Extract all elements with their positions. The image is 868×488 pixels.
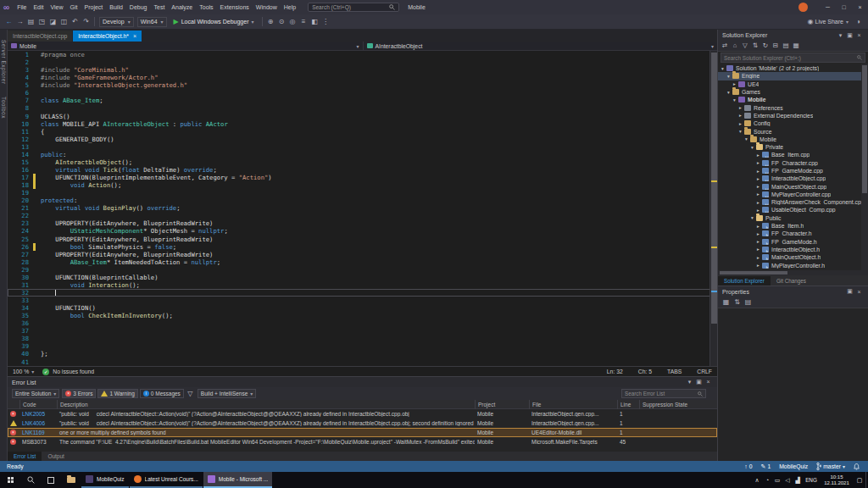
expand-icon[interactable]: ▸ <box>755 184 761 189</box>
tree-item-base-item-h[interactable]: ▸Base_Item.h <box>718 222 868 230</box>
show-all-files-icon[interactable]: ▤ <box>781 41 791 51</box>
error-code[interactable]: LNK4006 <box>19 420 57 426</box>
code-line[interactable]: 36 <box>8 319 717 327</box>
taskbar-search-button[interactable] <box>20 472 41 488</box>
tool-tab-error-list[interactable]: Error List <box>8 452 42 461</box>
column-description[interactable]: Description <box>57 400 475 409</box>
properties-icon[interactable]: ▦ <box>791 41 801 51</box>
code-line[interactable]: 27 UPROPERTY(EditAnywhere, BlueprintRead… <box>8 251 717 258</box>
close-icon[interactable]: × <box>854 289 864 295</box>
code-line[interactable]: 30 UFUNCTION(BlueprintCallable) <box>8 274 717 281</box>
expand-icon[interactable]: ▸ <box>755 200 761 205</box>
filter-icon[interactable]: ▽ <box>185 386 196 401</box>
code-line[interactable]: 25 UPROPERTY(EditAnywhere, BlueprintRead… <box>8 236 717 243</box>
expand-icon[interactable]: ▸ <box>755 255 761 260</box>
menu-project[interactable]: Project <box>81 0 106 14</box>
expand-icon[interactable]: ▸ <box>755 191 761 197</box>
collapse-icon[interactable]: ▾ <box>743 136 749 141</box>
menu-view[interactable]: View <box>47 0 66 14</box>
quick-search-box[interactable]: Search (Ctrl+Q) <box>308 3 399 12</box>
tool-tab-output[interactable]: Output <box>42 452 70 461</box>
code-line[interactable]: 6 <box>8 89 717 97</box>
comment-icon[interactable]: ≡ <box>298 14 309 29</box>
expand-icon[interactable]: ▸ <box>737 113 743 118</box>
outgoing-commits-indicator[interactable]: ↑ 0 <box>744 463 752 469</box>
code-line[interactable]: 9UCLASS() <box>8 113 717 120</box>
tree-item-myplayercontroller-h[interactable]: ▸MyPlayerController.h <box>718 261 868 269</box>
column-code[interactable]: Code <box>19 400 57 409</box>
solution-explorer-horizontal-scrollbar[interactable] <box>718 270 868 275</box>
expand-icon[interactable]: ▸ <box>732 81 737 86</box>
tool-tab-solution-explorer[interactable]: Solution Explorer <box>718 276 771 286</box>
expand-icon[interactable]: ▸ <box>755 152 761 158</box>
maximize-button[interactable]: □ <box>836 0 852 14</box>
scrollbar-thumb[interactable] <box>711 53 717 324</box>
save-icon[interactable]: ◪ <box>47 14 58 29</box>
menu-extensions[interactable]: Extensions <box>217 0 253 14</box>
expand-icon[interactable]: ▸ <box>755 239 761 244</box>
scope-dropdown[interactable]: Entire Solution ▾ <box>12 389 59 398</box>
new-file-icon[interactable]: ▤ <box>25 14 36 29</box>
column-indicator[interactable]: Ch: 5 <box>638 369 652 374</box>
code-line[interactable]: 24 UStaticMeshComponent* ObjectMesh = nu… <box>8 227 717 235</box>
taskbar-app-mobile-microsoft[interactable]: Mobile - Microsoft ... <box>203 472 273 488</box>
code-line[interactable]: 19 <box>8 189 717 197</box>
notifications-bell[interactable] <box>854 463 861 470</box>
menu-analyze[interactable]: Analyze <box>168 0 196 14</box>
battery-icon[interactable]: ▭ <box>772 472 782 488</box>
code-line[interactable]: 18 void Action(); <box>8 181 717 189</box>
solution-explorer-vertical-scrollbar[interactable] <box>861 64 868 270</box>
zoom-dropdown[interactable]: 100 % ▾ <box>13 369 34 374</box>
code-line[interactable]: 40}; <box>8 350 717 358</box>
type-dropdown[interactable]: AInteractbleObject ▾ <box>363 42 718 50</box>
menu-window[interactable]: Window <box>253 0 281 14</box>
hot-reload-icon[interactable]: ⊙ <box>276 14 287 29</box>
code-line[interactable]: 38 <box>8 335 717 342</box>
code-line[interactable]: 16 virtual void Tick(float DeltaTime) ov… <box>8 166 717 174</box>
pin-icon[interactable]: ▣ <box>845 288 854 295</box>
code-line[interactable]: 29 <box>8 266 717 274</box>
tree-item-public[interactable]: ▾Public <box>718 214 868 222</box>
code-line[interactable]: 34 UFUNCTION() <box>8 304 717 312</box>
close-icon[interactable]: × <box>133 33 136 39</box>
file-explorer-button[interactable] <box>61 472 81 488</box>
navigate-back-icon[interactable]: ← <box>3 14 14 29</box>
code-line[interactable]: 3#include "CoreMinimal.h" <box>8 66 717 74</box>
collapse-icon[interactable]: ▾ <box>726 90 732 95</box>
code-line[interactable]: 12 GENERATED_BODY() <box>8 136 717 143</box>
code-line[interactable]: 11{ <box>8 128 717 136</box>
tree-item-solution-mobile-2-of-2-projects[interactable]: ▾Solution 'Mobile' (2 of 2 projects) <box>718 64 868 72</box>
find-in-files-icon[interactable]: ◎ <box>287 14 298 29</box>
error-code[interactable]: LNK2005 <box>19 411 57 417</box>
tree-item-external-dependencies[interactable]: ▸External Dependencies <box>718 112 868 119</box>
chevron-down-icon[interactable]: ▾ <box>836 32 845 39</box>
taskbar-clock[interactable]: 10:15 12.11.2021 <box>820 472 854 488</box>
tree-item-base-item-cpp[interactable]: ▸Base_Item.cpp <box>718 151 868 158</box>
toolbox-tab[interactable]: Toolbox <box>1 97 7 119</box>
document-tab-interactbleobject-cpp[interactable]: InteractbleObject.cpp <box>8 30 72 42</box>
tree-item-usableobject-comp-cpp[interactable]: ▸UsableObject_Comp.cpp <box>718 206 868 214</box>
tree-item-mobile[interactable]: ▾Mobile <box>718 136 868 143</box>
taskbar-app-latest-unreal-cours[interactable]: Latest Unreal Cours... <box>130 472 203 488</box>
project-dropdown[interactable]: Mobile ▾ <box>8 42 363 50</box>
pin-icon[interactable]: ▣ <box>845 32 854 39</box>
tree-item-fp-character-cpp[interactable]: ▸FP_Character.cpp <box>718 159 868 167</box>
tree-item-config[interactable]: ▸Config <box>718 119 868 127</box>
tree-item-games[interactable]: ▾Games <box>718 88 868 96</box>
tree-item-mainquestobject-cpp[interactable]: ▸MainQuestObject.cpp <box>718 182 868 190</box>
redo-icon[interactable]: ↷ <box>81 14 92 29</box>
collapse-icon[interactable]: ▾ <box>749 145 755 150</box>
error-row[interactable]: LNK1169one or more multiply defined symb… <box>8 428 717 437</box>
scrollbar-thumb[interactable] <box>720 271 787 274</box>
network-icon[interactable]: ▟ <box>793 472 803 488</box>
tree-item-private[interactable]: ▾Private <box>718 143 868 151</box>
tree-item-rightanswercheck-component-cpp[interactable]: ▸RightAnswerCheck_Component.cpp <box>718 198 868 206</box>
error-row[interactable]: LNK2005"public: void __cdecl AInteractbl… <box>8 409 717 419</box>
code-line[interactable]: 2 <box>8 58 717 66</box>
refresh-icon[interactable]: ↻ <box>760 41 771 51</box>
repository-indicator[interactable]: MobileQuiz <box>779 463 808 469</box>
pending-changes-filter-icon[interactable]: ▽ <box>740 41 750 51</box>
tree-item-interactbleobject-cpp[interactable]: ▸InteractbleObject.cpp <box>718 175 868 182</box>
code-line[interactable]: 21 virtual void BeginPlay() override; <box>8 204 717 212</box>
column-suppression-state[interactable]: Suppression State <box>639 400 717 409</box>
